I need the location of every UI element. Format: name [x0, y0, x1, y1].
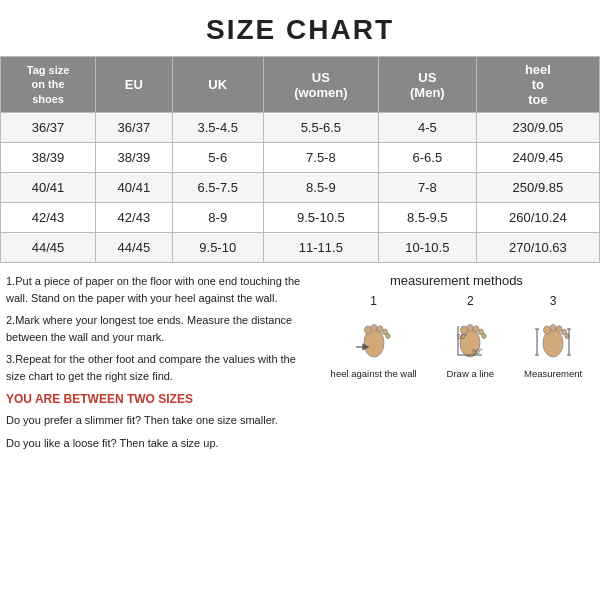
- cell-tag: 36/37: [1, 113, 96, 143]
- cell-uk: 9.5-10: [172, 233, 263, 263]
- measurement-figures: 1 heel against the wall2 90°: [319, 294, 594, 380]
- cell-us_women: 7.5-8: [263, 143, 378, 173]
- cell-us_women: 5.5-6.5: [263, 113, 378, 143]
- svg-point-3: [377, 326, 383, 332]
- table-row: 44/4544/459.5-1011-11.510-10.5270/10.63: [1, 233, 600, 263]
- header-us-men: US(Men): [378, 57, 476, 113]
- figure-number: 3: [550, 294, 557, 308]
- svg-text:90°: 90°: [457, 333, 468, 340]
- header-eu: EU: [96, 57, 173, 113]
- cell-uk: 8-9: [172, 203, 263, 233]
- svg-point-20: [556, 326, 562, 332]
- instructions: 1.Put a piece of paper on the floor with…: [6, 273, 309, 457]
- cell-us_women: 8.5-9: [263, 173, 378, 203]
- svg-point-2: [371, 325, 377, 332]
- svg-point-10: [474, 326, 480, 332]
- cell-us_women: 11-11.5: [263, 233, 378, 263]
- cell-tag: 38/39: [1, 143, 96, 173]
- figure-image: [348, 311, 400, 365]
- cell-heel: 270/10.63: [476, 233, 599, 263]
- header-uk: UK: [172, 57, 263, 113]
- cell-us_men: 8.5-9.5: [378, 203, 476, 233]
- table-row: 42/4342/438-99.5-10.58.5-9.5260/10.24: [1, 203, 600, 233]
- cell-tag: 44/45: [1, 233, 96, 263]
- figure-image: [527, 311, 579, 365]
- slimmer-fit-text: Do you prefer a slimmer fit? Then take o…: [6, 412, 309, 429]
- svg-point-5: [385, 334, 389, 339]
- cell-us_men: 6-6.5: [378, 143, 476, 173]
- table-row: 38/3938/395-67.5-86-6.5240/9.45: [1, 143, 600, 173]
- svg-point-1: [364, 326, 371, 334]
- measurement-title: measurement methods: [319, 273, 594, 288]
- step1-text: 1.Put a piece of paper on the floor with…: [6, 273, 309, 306]
- figure-label: heel against the wall: [331, 368, 417, 380]
- cell-eu: 42/43: [96, 203, 173, 233]
- svg-point-19: [550, 325, 556, 332]
- cell-uk: 6.5-7.5: [172, 173, 263, 203]
- svg-point-12: [482, 334, 486, 339]
- cell-us_women: 9.5-10.5: [263, 203, 378, 233]
- step2-text: 2.Mark where your longest toe ends. Meas…: [6, 312, 309, 345]
- cell-heel: 260/10.24: [476, 203, 599, 233]
- cell-us_men: 10-10.5: [378, 233, 476, 263]
- size-chart-table: Tag sizeon theshoes EU UK US(women) US(M…: [0, 56, 600, 263]
- figure-label: Draw a line: [447, 368, 495, 380]
- bottom-section: 1.Put a piece of paper on the floor with…: [0, 263, 600, 457]
- figure-label: Measurement: [524, 368, 582, 380]
- measurement-methods: measurement methods 1 heel against the w…: [319, 273, 594, 457]
- cell-heel: 250/9.85: [476, 173, 599, 203]
- table-row: 36/3736/373.5-4.55.5-6.54-5230/9.05: [1, 113, 600, 143]
- between-sizes-text: YOU ARE BETWEEN TWO SIZES: [6, 390, 309, 408]
- step3-text: 3.Repeat for the other foot and compare …: [6, 351, 309, 384]
- svg-point-9: [467, 325, 473, 332]
- cell-heel: 230/9.05: [476, 113, 599, 143]
- cell-us_men: 7-8: [378, 173, 476, 203]
- header-heel: heeltotoe: [476, 57, 599, 113]
- loose-fit-text: Do you like a loose fit? Then take a siz…: [6, 435, 309, 452]
- cell-heel: 240/9.45: [476, 143, 599, 173]
- cell-eu: 44/45: [96, 233, 173, 263]
- figure-number: 1: [370, 294, 377, 308]
- figure-image: 90° 90°: [444, 311, 496, 365]
- figure-number: 2: [467, 294, 474, 308]
- cell-uk: 5-6: [172, 143, 263, 173]
- cell-uk: 3.5-4.5: [172, 113, 263, 143]
- table-row: 40/4140/416.5-7.58.5-97-8250/9.85: [1, 173, 600, 203]
- measurement-figure-1: 1 heel against the wall: [331, 294, 417, 380]
- svg-text:90°: 90°: [472, 348, 483, 355]
- cell-tag: 42/43: [1, 203, 96, 233]
- cell-eu: 38/39: [96, 143, 173, 173]
- header-tag: Tag sizeon theshoes: [1, 57, 96, 113]
- cell-us_men: 4-5: [378, 113, 476, 143]
- cell-eu: 36/37: [96, 113, 173, 143]
- page-title: SIZE CHART: [0, 0, 600, 56]
- svg-point-18: [544, 326, 551, 334]
- cell-eu: 40/41: [96, 173, 173, 203]
- measurement-figure-2: 2 90° 90° Draw a line: [444, 294, 496, 380]
- header-us-women: US(women): [263, 57, 378, 113]
- measurement-figure-3: 3 Measurement: [524, 294, 582, 380]
- cell-tag: 40/41: [1, 173, 96, 203]
